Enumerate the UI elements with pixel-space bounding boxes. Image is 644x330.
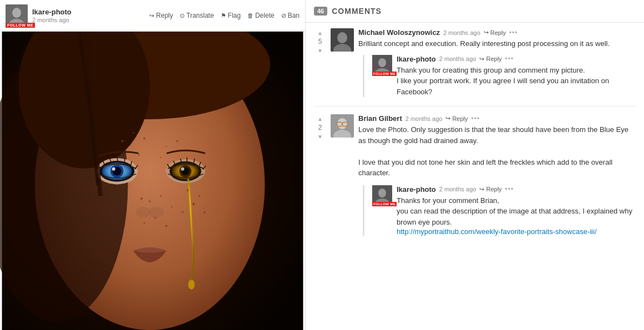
downvote-button[interactable]: ▼ xyxy=(315,46,326,55)
comment-content: Brian Gilbert 2 months ago ↪ Reply ••• L… xyxy=(358,114,636,236)
translate-label: Translate xyxy=(186,12,214,19)
reply-reply-link[interactable]: ↪ Reply xyxy=(479,186,501,193)
comment-reply-link[interactable]: ↪ Reply xyxy=(484,29,506,36)
reply-reply-link[interactable]: ↪ Reply xyxy=(479,55,501,63)
reply-username: Ikare-photo xyxy=(397,185,436,194)
reply-label: Reply xyxy=(490,29,506,36)
svg-point-58 xyxy=(378,58,386,67)
svg-point-36 xyxy=(181,167,184,171)
vote-count: 5 xyxy=(318,38,322,45)
reply-label2: Reply xyxy=(486,55,501,62)
reply-time: 2 months ago xyxy=(439,186,476,192)
reply-time: 2 months ago xyxy=(439,55,476,62)
comment-block: ▲ 2 ▼ Brian Gilbert 2 months ago xyxy=(314,114,636,236)
reply-icon: ↪ xyxy=(149,12,154,19)
svg-point-51 xyxy=(135,207,151,218)
svg-point-55 xyxy=(337,32,347,43)
reply-block: FOLLOW ME Ikare-photo 2 months ago ↪ Rep… xyxy=(363,55,636,98)
comments-header: 46 COMMENTS xyxy=(306,0,644,23)
svg-point-8 xyxy=(121,140,124,142)
flag-icon: ⚑ xyxy=(221,12,226,19)
svg-point-52 xyxy=(149,207,164,218)
svg-point-11 xyxy=(165,146,167,148)
svg-point-13 xyxy=(160,157,161,159)
reply-label3: Reply xyxy=(452,115,468,122)
svg-point-17 xyxy=(140,197,143,200)
comment-reply-link[interactable]: ↪ Reply xyxy=(445,115,468,122)
reply-more-options[interactable]: ••• xyxy=(505,55,514,63)
comment-content: Michael Woloszynowicz 2 months ago ↪ Rep… xyxy=(358,28,636,97)
poster-meta: Ikare-photo 2 months ago xyxy=(32,8,145,23)
more-options[interactable]: ••• xyxy=(471,115,480,123)
vote-count: 2 xyxy=(318,124,322,131)
delete-action[interactable]: 🗑 Delete xyxy=(247,12,275,19)
svg-point-9 xyxy=(133,132,134,134)
more-options[interactable]: ••• xyxy=(509,29,518,37)
svg-point-53 xyxy=(188,280,195,290)
commenter-name: Brian Gilbert xyxy=(358,114,402,123)
svg-point-14 xyxy=(138,154,140,156)
upvote-button[interactable]: ▲ xyxy=(315,28,326,37)
reply-avatar: FOLLOW ME xyxy=(372,55,392,75)
translate-action[interactable]: ⊙ Translate xyxy=(180,12,214,19)
comment-text: Love the Photo. Only suggestion is that … xyxy=(358,124,636,179)
reply-content: Ikare-photo 2 months ago ↪ Reply ••• Tha… xyxy=(397,185,636,236)
reply-meta: Ikare-photo 2 months ago ↪ Reply ••• xyxy=(397,55,636,63)
right-panel: 46 COMMENTS ▲ 5 ▼ Michael Woloszynowicz xyxy=(305,0,644,330)
post-actions: ↪ Reply ⊙ Translate ⚑ Flag 🗑 Delete ⊘ Ba… xyxy=(149,12,300,19)
reply-follow-badge[interactable]: FOLLOW ME xyxy=(372,72,397,76)
reply-text: Thanks for your comment Brian, you can r… xyxy=(397,195,636,228)
reply-arrow-icon3: ↪ xyxy=(445,115,450,122)
reply-text: Thank you for creating this group and co… xyxy=(397,65,636,98)
svg-point-1 xyxy=(12,8,21,18)
commenter-avatar xyxy=(331,28,354,52)
svg-point-10 xyxy=(143,138,145,140)
comment-meta: Brian Gilbert 2 months ago ↪ Reply ••• xyxy=(358,114,636,123)
reply-follow-badge[interactable]: FOLLOW ME xyxy=(372,202,397,206)
comment-time: 2 months ago xyxy=(443,29,480,36)
upvote-button[interactable]: ▲ xyxy=(315,114,326,123)
commenter-avatar xyxy=(331,114,354,138)
poster-username: Ikare-photo xyxy=(32,8,145,16)
reply-label: Reply xyxy=(156,12,173,19)
svg-point-21 xyxy=(165,225,168,227)
delete-label: Delete xyxy=(255,12,275,19)
translate-icon: ⊙ xyxy=(180,12,185,19)
commenter-name: Michael Woloszynowicz xyxy=(358,28,440,37)
vote-block: ▲ 5 ▼ xyxy=(314,28,326,55)
main-photo xyxy=(0,32,305,330)
reply-meta: Ikare-photo 2 months ago ↪ Reply ••• xyxy=(397,185,636,194)
svg-point-24 xyxy=(192,203,195,205)
svg-point-31 xyxy=(112,167,115,171)
svg-point-23 xyxy=(198,195,200,197)
flag-action[interactable]: ⚑ Flag xyxy=(221,12,241,19)
reply-label4: Reply xyxy=(486,186,501,192)
reply-avatar: FOLLOW ME xyxy=(372,185,392,205)
svg-point-67 xyxy=(378,189,386,197)
ban-label: Ban xyxy=(288,12,300,19)
svg-point-20 xyxy=(144,222,145,224)
reply-more-options[interactable]: ••• xyxy=(505,185,514,193)
comments-list: ▲ 5 ▼ Michael Woloszynowicz 2 months ago… xyxy=(306,23,644,330)
reply-link[interactable]: http://myportraithub.com/weekly-favorite… xyxy=(397,227,597,236)
reply-action[interactable]: ↪ Reply xyxy=(149,12,173,19)
reply-arrow-icon2: ↪ xyxy=(479,55,484,63)
reply-content: Ikare-photo 2 months ago ↪ Reply ••• Tha… xyxy=(397,55,636,98)
vote-block: ▲ 2 ▼ xyxy=(314,114,326,141)
ban-icon: ⊘ xyxy=(281,12,286,19)
flag-label: Flag xyxy=(228,12,241,19)
ban-action[interactable]: ⊘ Ban xyxy=(281,12,300,19)
follow-me-badge[interactable]: FOLLOW ME xyxy=(6,23,35,28)
downvote-button[interactable]: ▼ xyxy=(315,132,326,141)
poster-time: 2 months ago xyxy=(32,17,145,23)
svg-point-16 xyxy=(160,195,161,197)
svg-point-18 xyxy=(171,206,173,207)
reply-arrow-icon4: ↪ xyxy=(479,186,484,193)
svg-point-12 xyxy=(176,140,178,142)
svg-point-26 xyxy=(204,211,206,214)
comment-divider xyxy=(314,106,636,106)
reply-block: FOLLOW ME Ikare-photo 2 months ago ↪ Rep… xyxy=(363,185,636,236)
comment-block: ▲ 5 ▼ Michael Woloszynowicz 2 months ago… xyxy=(314,28,636,97)
comment-time: 2 months ago xyxy=(405,115,443,122)
comments-title: COMMENTS xyxy=(332,7,382,16)
